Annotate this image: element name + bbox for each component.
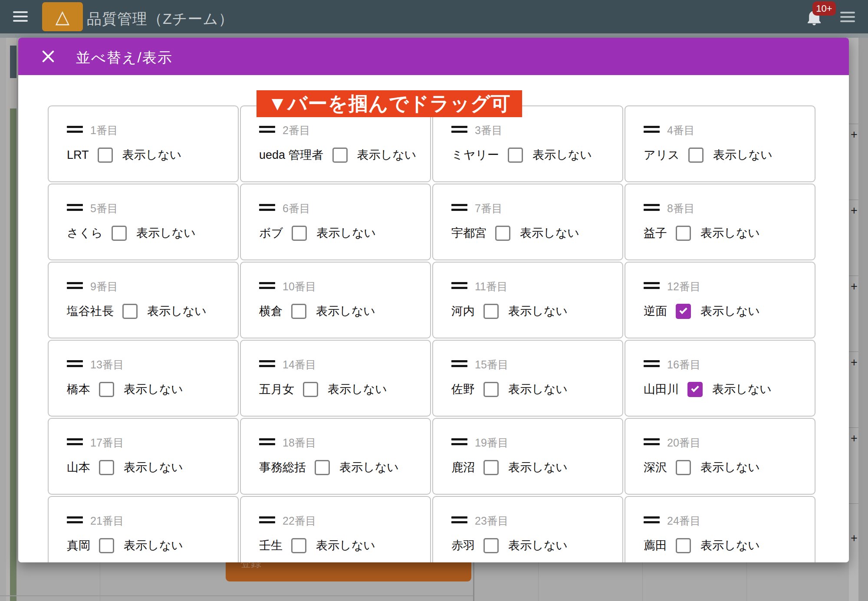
hide-checkbox[interactable]: [291, 304, 306, 319]
hide-checkbox-label[interactable]: 表示しない: [700, 460, 760, 475]
hide-checkbox[interactable]: [292, 226, 307, 241]
hide-checkbox-label[interactable]: 表示しない: [316, 225, 376, 241]
hide-checkbox[interactable]: [483, 460, 499, 475]
hide-checkbox-label[interactable]: 表示しない: [147, 303, 207, 319]
drag-handle-icon[interactable]: [644, 360, 660, 368]
menu-icon[interactable]: [13, 11, 28, 23]
hide-checkbox[interactable]: [483, 382, 499, 397]
hide-checkbox-label[interactable]: 表示しない: [124, 381, 183, 397]
drag-handle-icon[interactable]: [451, 360, 467, 368]
drag-handle-icon[interactable]: [259, 360, 275, 368]
hide-checkbox-label[interactable]: 表示しない: [520, 225, 579, 241]
hide-checkbox[interactable]: [303, 382, 318, 397]
hide-checkbox[interactable]: [676, 304, 691, 319]
drag-handle-icon[interactable]: [259, 438, 275, 446]
member-card: 16番目 山田川 表示しない: [625, 340, 815, 417]
card-position-label: 23番目: [475, 514, 509, 528]
card-position-label: 17番目: [90, 436, 124, 450]
card-position-label: 8番目: [667, 201, 695, 216]
close-icon[interactable]: [41, 49, 56, 64]
member-card: 7番目 宇都宮 表示しない: [432, 184, 623, 260]
hide-checkbox-label[interactable]: 表示しない: [700, 225, 760, 241]
member-card: 10番目 横倉 表示しない: [240, 262, 431, 338]
drag-handle-icon[interactable]: [67, 282, 83, 289]
drag-handle-icon[interactable]: [67, 360, 83, 368]
hide-checkbox-label[interactable]: 表示しない: [124, 538, 183, 553]
hide-checkbox-label[interactable]: 表示しない: [533, 147, 592, 163]
drag-handle-icon[interactable]: [644, 438, 660, 446]
member-card: 17番目 山本 表示しない: [48, 418, 239, 495]
member-row: ボブ 表示しない: [259, 225, 376, 241]
drag-handle-icon[interactable]: [451, 282, 467, 289]
drag-handle-icon[interactable]: [67, 438, 83, 446]
hide-checkbox[interactable]: [315, 460, 330, 475]
hide-checkbox[interactable]: [676, 538, 691, 553]
member-card: 23番目 赤羽 表示しない: [432, 496, 623, 562]
member-row: 宇都宮 表示しない: [451, 225, 579, 241]
member-card: 12番目 逆面 表示しない: [625, 262, 815, 338]
hide-checkbox-label[interactable]: 表示しない: [508, 538, 568, 553]
add-row-icon: +: [850, 357, 858, 368]
drag-handle-icon[interactable]: [259, 516, 275, 524]
drag-handle-icon[interactable]: [644, 204, 660, 211]
row-divider: [849, 276, 858, 276]
hide-checkbox-label[interactable]: 表示しない: [328, 381, 387, 397]
drag-handle-icon[interactable]: [451, 438, 467, 446]
hide-checkbox[interactable]: [291, 538, 306, 553]
hide-checkbox-label[interactable]: 表示しない: [316, 538, 375, 553]
hide-checkbox[interactable]: [676, 226, 691, 241]
hide-checkbox-label[interactable]: 表示しない: [712, 381, 772, 397]
member-card: 21番目 真岡 表示しない: [48, 496, 239, 562]
drag-handle-icon[interactable]: [259, 204, 275, 211]
drag-handle-icon[interactable]: [259, 126, 275, 133]
drag-handle-icon[interactable]: [451, 126, 467, 133]
member-row: 塩谷社長 表示しない: [67, 303, 207, 319]
drag-handle-icon[interactable]: [67, 126, 83, 133]
member-name: 深沢: [644, 460, 667, 475]
hide-checkbox-label[interactable]: 表示しない: [713, 147, 773, 163]
app-logo[interactable]: △: [42, 2, 83, 31]
hide-checkbox[interactable]: [112, 226, 127, 241]
hide-checkbox-label[interactable]: 表示しない: [508, 381, 568, 397]
hide-checkbox-label[interactable]: 表示しない: [122, 147, 182, 163]
drag-handle-icon[interactable]: [67, 204, 83, 211]
hide-checkbox-label[interactable]: 表示しない: [357, 147, 417, 163]
drag-handle-icon[interactable]: [451, 516, 467, 524]
hide-checkbox[interactable]: [122, 304, 138, 319]
drag-handle-icon[interactable]: [451, 204, 467, 211]
hide-checkbox[interactable]: [332, 148, 348, 163]
hide-checkbox[interactable]: [688, 148, 704, 163]
hide-checkbox-label[interactable]: 表示しない: [508, 460, 568, 475]
hide-checkbox-label[interactable]: 表示しない: [316, 303, 375, 319]
hide-checkbox-label[interactable]: 表示しない: [700, 303, 760, 319]
drag-handle-icon[interactable]: [67, 516, 83, 524]
hide-checkbox[interactable]: [687, 382, 703, 397]
hide-checkbox[interactable]: [99, 538, 114, 553]
hide-checkbox[interactable]: [676, 460, 691, 475]
hide-checkbox[interactable]: [99, 382, 114, 397]
drag-handle-icon[interactable]: [644, 282, 660, 289]
drag-handle-icon[interactable]: [644, 126, 660, 133]
hide-checkbox[interactable]: [99, 460, 114, 475]
hide-checkbox[interactable]: [483, 538, 499, 553]
background-right-edge: [858, 38, 868, 601]
hide-checkbox-label[interactable]: 表示しない: [339, 460, 399, 475]
hide-checkbox[interactable]: [508, 148, 523, 163]
overflow-menu-icon[interactable]: [840, 12, 855, 23]
hide-checkbox-label[interactable]: 表示しない: [700, 538, 760, 553]
drag-handle-icon[interactable]: [259, 282, 275, 289]
member-card: 22番目 壬生 表示しない: [240, 496, 431, 562]
modal-title: 並べ替え/表示: [76, 48, 173, 68]
hide-checkbox-label[interactable]: 表示しない: [508, 303, 568, 319]
hide-checkbox[interactable]: [495, 226, 510, 241]
member-card: 20番目 深沢 表示しない: [625, 418, 815, 495]
hide-checkbox-label[interactable]: 表示しない: [136, 225, 196, 241]
member-row: 事務総括 表示しない: [259, 460, 399, 475]
card-position-label: 5番目: [90, 201, 118, 216]
hide-checkbox-label[interactable]: 表示しない: [124, 460, 183, 475]
card-position-label: 19番目: [475, 436, 509, 450]
hide-checkbox[interactable]: [483, 304, 499, 319]
drag-handle-icon[interactable]: [644, 516, 660, 524]
hide-checkbox[interactable]: [98, 148, 113, 163]
member-name: 益子: [644, 225, 667, 241]
